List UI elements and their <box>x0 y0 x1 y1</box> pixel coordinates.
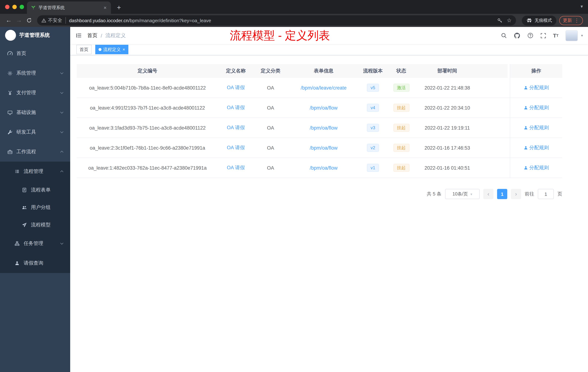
col-deploy-time: 部署时间 <box>416 64 478 78</box>
assign-rule-link[interactable]: 分配规则 <box>524 164 549 171</box>
breadcrumb-home[interactable]: 首页 <box>87 32 97 39</box>
bookmark-star-icon[interactable]: ☆ <box>507 17 512 24</box>
assign-rule-link[interactable]: 分配规则 <box>524 144 549 151</box>
sidebar-item-home[interactable]: 首页 <box>0 44 70 63</box>
definition-name-link[interactable]: OA 请假 <box>227 144 245 151</box>
prev-page-button[interactable]: ‹ <box>483 189 494 199</box>
close-window-button[interactable] <box>5 5 10 9</box>
new-tab-button[interactable]: + <box>114 2 124 13</box>
next-page-button[interactable]: › <box>511 189 521 199</box>
update-button[interactable]: 更新 ⋮ <box>559 16 583 25</box>
page-annotation: 流程模型 - 定义列表 <box>230 28 330 43</box>
tag-process-definition[interactable]: 流程定义 × <box>95 45 128 54</box>
tab-search-caret-icon[interactable]: ▾ <box>580 4 583 9</box>
navbar-actions: ▾ <box>501 30 588 41</box>
page-content: 定义编号 定义名称 定义分类 表单信息 流程版本 状态 部署时间 操作 oa_l… <box>70 55 588 199</box>
assign-rule-link[interactable]: 分配规则 <box>524 124 549 131</box>
version-badge: v5 <box>367 84 379 92</box>
form-info-link[interactable]: /bpm/oa/leave/create <box>301 85 346 90</box>
sidebar-item-payment[interactable]: 支付管理 <box>0 83 70 103</box>
sidebar-item-workflow[interactable]: 工作流程 <box>0 142 70 162</box>
tab-close-icon[interactable]: × <box>103 5 107 11</box>
table-header: 定义编号 定义名称 定义分类 表单信息 流程版本 状态 部署时间 操作 <box>77 64 562 78</box>
tags-view-bar: 首页 流程定义 × <box>70 44 588 55</box>
browser-tab[interactable]: 芋道管理系统 × <box>27 1 111 14</box>
reload-button[interactable] <box>24 15 34 25</box>
form-info-link[interactable]: /bpm/oa/flow <box>310 125 337 131</box>
version-badge: v4 <box>367 104 379 112</box>
deploy-time: 2022-01-22 21:48:38 <box>416 78 478 98</box>
sidebar-item-leave-query[interactable]: 请假查询 <box>0 253 70 273</box>
status-badge: 挂起 <box>393 124 409 132</box>
definition-id: oa_leave:3:1fad3d93-7b75-11ec-a3c8-acde4… <box>77 118 218 138</box>
tag-home[interactable]: 首页 <box>76 45 92 54</box>
table-row: oa_leave:4:991f2193-7b7f-11ec-a3c8-acde4… <box>77 98 562 118</box>
definition-name-link[interactable]: OA 请假 <box>227 124 245 131</box>
forward-button[interactable]: → <box>14 15 24 25</box>
incognito-badge: 无痕模式 <box>522 15 556 25</box>
security-label: 不安全 <box>48 17 62 24</box>
tab-title: 芋道管理系统 <box>39 5 100 11</box>
minimize-window-button[interactable] <box>12 5 17 9</box>
status-badge: 挂起 <box>393 104 409 112</box>
key-icon[interactable] <box>497 18 502 23</box>
warning-icon <box>42 18 46 23</box>
users-icon <box>22 205 27 210</box>
form-info-link[interactable]: /bpm/oa/flow <box>310 145 337 151</box>
dashboard-icon <box>7 51 13 56</box>
address-bar[interactable]: 不安全 dashboard.yudao.iocoder.cn /bpm/mana… <box>37 15 516 25</box>
definition-name-link[interactable]: OA 请假 <box>227 85 245 91</box>
goto-page-input[interactable] <box>538 189 554 199</box>
deploy-time: 2022-01-16 01:40:51 <box>416 158 478 178</box>
page-1-button[interactable]: 1 <box>497 189 507 199</box>
sidebar-item-process-form[interactable]: 流程表单 <box>0 181 70 199</box>
person-icon <box>524 166 528 170</box>
github-button[interactable] <box>514 32 520 39</box>
sidebar-item-infra[interactable]: 基础设施 <box>0 103 70 122</box>
col-definition-category: 定义分类 <box>253 64 288 78</box>
back-button[interactable]: ← <box>4 15 14 25</box>
chevron-down-icon <box>60 71 63 74</box>
form-info-link[interactable]: /bpm/oa/flow <box>310 105 337 110</box>
sidebar-item-task-mgmt[interactable]: 任务管理 <box>0 234 70 253</box>
fullscreen-button[interactable] <box>540 33 546 38</box>
person-icon <box>524 86 528 90</box>
chevron-down-icon <box>60 241 63 245</box>
page-size-select[interactable]: 10条/页 ▾ <box>445 189 480 199</box>
goto-label: 前往 <box>525 191 534 197</box>
security-chip[interactable]: 不安全 <box>42 17 66 24</box>
definition-category: OA <box>253 138 288 158</box>
col-definition-id: 定义编号 <box>77 64 218 78</box>
chevron-down-icon <box>60 91 63 94</box>
sidebar-item-process-mgmt[interactable]: 流程管理 <box>0 162 70 181</box>
sidebar-item-user-group[interactable]: 用户分组 <box>0 199 70 216</box>
assign-rule-link[interactable]: 分配规则 <box>524 104 549 111</box>
assign-rule-link[interactable]: 分配规则 <box>524 85 549 91</box>
sidebar-item-process-model[interactable]: 流程模型 <box>0 216 70 234</box>
chevron-down-icon <box>60 110 63 114</box>
status-badge: 挂起 <box>393 164 409 172</box>
version-badge: v3 <box>367 124 379 132</box>
zoom-window-button[interactable] <box>20 5 24 9</box>
deploy-time: 2022-01-22 19:19:11 <box>416 118 478 138</box>
tag-close-icon[interactable]: × <box>123 47 125 52</box>
col-definition-name: 定义名称 <box>218 64 253 78</box>
sidebar-item-system[interactable]: 系统管理 <box>0 63 70 83</box>
sidebar-item-devtools[interactable]: 研发工具 <box>0 122 70 142</box>
document-icon <box>22 187 27 193</box>
breadcrumb-current: 流程定义 <box>105 32 126 39</box>
browser-menu-icon[interactable]: ⋮ <box>574 17 579 23</box>
user-avatar[interactable] <box>566 30 578 41</box>
app-navbar: 首页 / 流程定义 流程模型 - 定义列表 ▾ <box>70 27 588 44</box>
definition-name-link[interactable]: OA 请假 <box>227 104 245 111</box>
help-button[interactable] <box>527 33 533 39</box>
font-size-button[interactable] <box>553 33 558 39</box>
definition-name-link[interactable]: OA 请假 <box>227 164 245 171</box>
send-icon <box>22 222 27 228</box>
sidebar-toggle-button[interactable] <box>70 33 87 39</box>
form-info-link[interactable]: /bpm/oa/flow <box>310 165 337 171</box>
status-badge: 激活 <box>393 84 409 92</box>
app-logo-avatar <box>5 30 16 41</box>
search-button[interactable] <box>501 33 507 39</box>
search-icon <box>501 33 507 39</box>
